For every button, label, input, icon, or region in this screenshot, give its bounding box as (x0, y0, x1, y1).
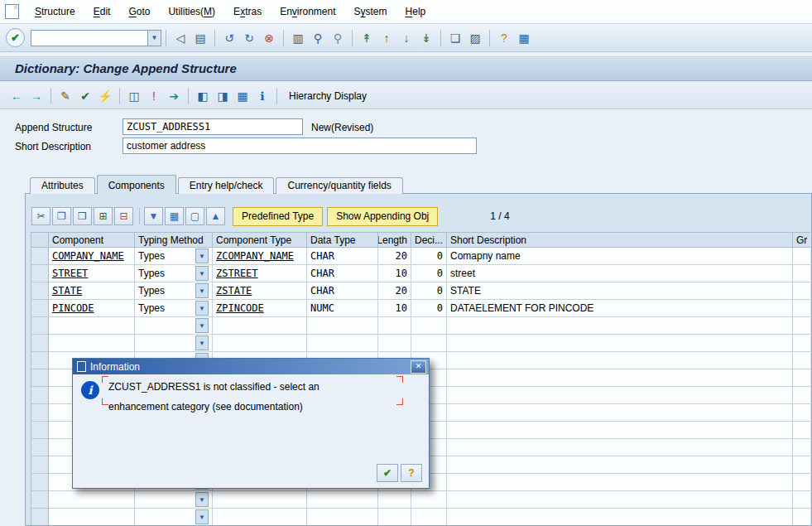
copy-icon[interactable]: ❐ (52, 207, 71, 225)
first-page-icon[interactable]: ↟ (358, 29, 376, 47)
hierarchy-icon[interactable]: ◧ (194, 87, 212, 105)
row-select-cell[interactable] (31, 439, 49, 456)
component-cell[interactable]: COMPANY_NAME (49, 248, 135, 265)
back-triangle-icon[interactable]: ◁ (171, 29, 190, 47)
row-select-cell[interactable] (31, 509, 49, 526)
row-select-cell[interactable] (31, 404, 49, 422)
component-type-cell[interactable]: ZCOMPANY_NAME (213, 248, 307, 265)
typing-method-combo[interactable]: Types▼ (138, 249, 209, 263)
row-select-cell[interactable] (31, 300, 49, 317)
next-object-icon[interactable]: → (27, 87, 46, 105)
component-cell[interactable] (49, 335, 135, 352)
component-cell[interactable]: PINCODE (49, 300, 135, 317)
show-appending-obj-button[interactable]: Show Appending Obj (327, 207, 438, 226)
row-select-cell[interactable] (31, 248, 49, 265)
find-icon[interactable]: ⚲ (309, 29, 327, 47)
short-description-field[interactable] (123, 138, 477, 154)
last-page-icon[interactable]: ↡ (417, 29, 435, 47)
activate-icon[interactable]: ⚡ (96, 87, 114, 105)
menu-goto[interactable]: Goto (119, 3, 159, 20)
scroll-bottom-icon[interactable]: ▼ (144, 207, 163, 225)
row-select-cell[interactable] (31, 335, 49, 352)
cut-icon[interactable]: ✂ (31, 207, 50, 225)
typing-method-cell[interactable]: Types▼ (135, 265, 213, 282)
cancel-icon[interactable]: ⊗ (260, 29, 278, 47)
column-header-typing-method[interactable]: Typing Method (135, 233, 213, 248)
previous-page-icon[interactable]: ↑ (377, 29, 396, 47)
row-select-cell[interactable] (31, 369, 49, 387)
typing-method-combo[interactable]: Types▼ (138, 284, 209, 298)
tab-components[interactable]: Components (97, 175, 176, 194)
typing-method-combo[interactable]: Types▼ (138, 302, 209, 316)
typing-method-combo[interactable]: Types▼ (138, 267, 209, 281)
menu-system[interactable]: System (345, 3, 396, 20)
menu-extras[interactable]: Extras (224, 3, 271, 20)
column-header-deci[interactable]: Deci... (411, 233, 447, 248)
window-icon[interactable] (5, 4, 19, 19)
deselect-all-icon[interactable]: ▢ (185, 207, 204, 225)
row-select-cell[interactable] (31, 265, 49, 282)
command-input[interactable] (31, 31, 147, 46)
hierarchy-display-button[interactable]: Hierarchy Display (289, 90, 367, 102)
find-next-icon[interactable]: ⚲ (329, 29, 347, 47)
select-all-corner[interactable] (31, 233, 49, 248)
back-icon[interactable]: ↺ (220, 29, 238, 47)
chevron-down-icon[interactable]: ▼ (195, 283, 209, 298)
column-header-data-type[interactable]: Data Type (307, 233, 378, 248)
scroll-top-icon[interactable]: ▲ (206, 207, 225, 225)
chevron-down-icon[interactable]: ▼ (195, 509, 209, 524)
chevron-down-icon[interactable]: ▼ (195, 266, 209, 281)
predefined-type-button[interactable]: Predefined Type (233, 207, 323, 226)
component-type-cell[interactable] (213, 335, 307, 352)
typing-method-cell[interactable]: Types▼ (135, 300, 213, 317)
chevron-down-icon[interactable]: ▼ (195, 249, 209, 263)
component-type-cell[interactable]: ZSTREET (213, 265, 307, 282)
dialog-title-bar[interactable]: Information ✕ (73, 359, 429, 374)
delete-row-icon[interactable]: ⊟ (114, 207, 133, 225)
next-page-icon[interactable]: ↓ (397, 29, 416, 47)
typing-method-cell[interactable]: Types▼ (135, 248, 213, 265)
typing-method-cell[interactable]: ▼ (135, 491, 213, 509)
component-cell[interactable]: STREET (49, 265, 135, 282)
typing-method-cell[interactable]: ▼ (135, 509, 213, 526)
menu-utilities-m[interactable]: Utilities(M) (159, 3, 224, 20)
menu-edit[interactable]: Edit (84, 3, 120, 20)
chevron-down-icon[interactable]: ▼ (195, 335, 209, 350)
tab-attributes[interactable]: Attributes (30, 177, 95, 194)
component-cell[interactable] (49, 509, 135, 526)
enter-icon[interactable]: ✔ (6, 28, 25, 47)
column-header-gr[interactable]: Gr (793, 233, 810, 248)
new-session-icon[interactable]: ❏ (446, 29, 464, 47)
dialog-help-button[interactable]: ? (401, 464, 422, 482)
typing-method-combo[interactable]: ▼ (138, 510, 209, 524)
log-icon[interactable]: ! (145, 87, 163, 105)
tab-currency-quantity-fields[interactable]: Currency/quantity fields (276, 177, 402, 194)
check-icon[interactable]: ✔ (76, 87, 94, 105)
jump-icon[interactable]: ➔ (165, 87, 183, 105)
chevron-down-icon[interactable]: ▼ (195, 492, 209, 507)
print-icon[interactable]: ▥ (289, 29, 307, 47)
tab-entry-help-check[interactable]: Entry help/check (178, 177, 275, 194)
typing-method-cell[interactable]: Types▼ (135, 282, 213, 300)
typing-method-combo[interactable]: ▼ (138, 336, 209, 350)
append-structure-field[interactable] (123, 118, 303, 135)
row-select-cell[interactable] (31, 474, 49, 491)
row-select-cell[interactable] (31, 317, 49, 335)
row-select-cell[interactable] (31, 491, 49, 509)
chevron-down-icon[interactable]: ▼ (195, 301, 209, 316)
typing-method-combo[interactable]: ▼ (138, 493, 209, 507)
exit-icon[interactable]: ↻ (240, 29, 258, 47)
menu-help[interactable]: Help (396, 3, 435, 20)
row-select-cell[interactable] (31, 352, 49, 369)
component-cell[interactable] (49, 317, 135, 335)
paste-icon[interactable]: ❒ (73, 207, 92, 225)
shortcut-icon[interactable]: ▨ (466, 29, 484, 47)
command-field[interactable]: ▼ (31, 30, 161, 46)
menu-environment[interactable]: Environment (271, 3, 344, 20)
component-type-cell[interactable]: ZSTATE (213, 282, 307, 300)
typing-method-cell[interactable]: ▼ (135, 317, 213, 335)
previous-object-icon[interactable]: ← (7, 87, 26, 105)
row-select-cell[interactable] (31, 282, 49, 300)
select-all-icon[interactable]: ▦ (165, 207, 184, 225)
row-select-cell[interactable] (31, 456, 49, 474)
